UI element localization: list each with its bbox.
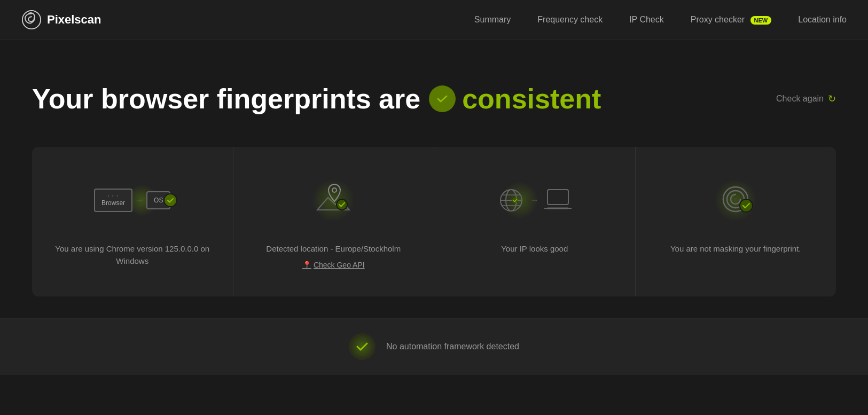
- ip-card: → Your IP looks good: [434, 147, 636, 296]
- ip-text: Your IP looks good: [501, 243, 568, 255]
- fingerprint-text: You are not masking your fingerprint.: [670, 243, 801, 255]
- fingerprint-svg-icon: [711, 176, 760, 224]
- browser-os-icon-area: Browser → OS: [94, 174, 170, 227]
- headline-row: Your browser fingerprints are consistent…: [32, 83, 836, 115]
- consistent-badge: consistent: [429, 83, 601, 115]
- automation-text: No automation framework detected: [386, 342, 519, 351]
- browser-box-icon: Browser: [94, 189, 132, 212]
- cards-row: Browser → OS You are using Chrome versio…: [32, 147, 836, 296]
- logo[interactable]: Pixelscan: [21, 10, 101, 30]
- nav-summary[interactable]: Summary: [474, 15, 511, 25]
- ip-icon-area: →: [497, 174, 573, 227]
- svg-point-2: [337, 199, 347, 210]
- new-badge: NEW: [750, 16, 772, 25]
- browser-os-text: You are using Chrome version 125.0.0.0 o…: [48, 243, 217, 267]
- laptop-icon: [543, 187, 573, 214]
- automation-bar: No automation framework detected: [0, 318, 868, 375]
- nav-ip-check[interactable]: IP Check: [629, 15, 664, 25]
- location-pin-icon: [312, 179, 355, 222]
- automation-check-icon: [349, 333, 376, 360]
- location-text: Detected location - Europe/Stockholm: [266, 243, 401, 255]
- arrow-ip-icon: →: [530, 195, 539, 205]
- check-circle-icon: [429, 85, 456, 112]
- arrow-icon: →: [136, 196, 143, 205]
- logo-text: Pixelscan: [47, 13, 101, 27]
- fingerprint-card: You are not masking your fingerprint.: [636, 147, 836, 296]
- browser-os-card: Browser → OS You are using Chrome versio…: [32, 147, 233, 296]
- check-geo-api-link[interactable]: 📍 Check Geo API: [302, 261, 365, 269]
- nav-location-info[interactable]: Location info: [798, 15, 847, 25]
- consistent-text: consistent: [462, 83, 601, 115]
- headline: Your browser fingerprints are consistent: [32, 83, 601, 115]
- svg-point-12: [740, 199, 753, 212]
- pin-icon-small: 📍: [302, 261, 311, 269]
- check-overlay-browser: [163, 193, 177, 207]
- refresh-icon: ↻: [828, 93, 836, 105]
- location-icon-area: [312, 174, 355, 227]
- nav-frequency-check[interactable]: Frequency check: [537, 15, 603, 25]
- nav-proxy-checker[interactable]: Proxy checker NEW: [691, 15, 772, 25]
- main-nav: Summary Frequency check IP Check Proxy c…: [474, 15, 847, 25]
- globe-icon: [497, 186, 526, 215]
- logo-icon: [21, 10, 42, 30]
- fingerprint-icon-area: [711, 174, 760, 227]
- svg-point-1: [332, 188, 337, 192]
- svg-rect-9: [548, 190, 568, 205]
- headline-prefix: Your browser fingerprints are: [32, 83, 420, 115]
- location-card: Detected location - Europe/Stockholm 📍 C…: [233, 147, 435, 296]
- check-again-button[interactable]: Check again ↻: [776, 93, 836, 105]
